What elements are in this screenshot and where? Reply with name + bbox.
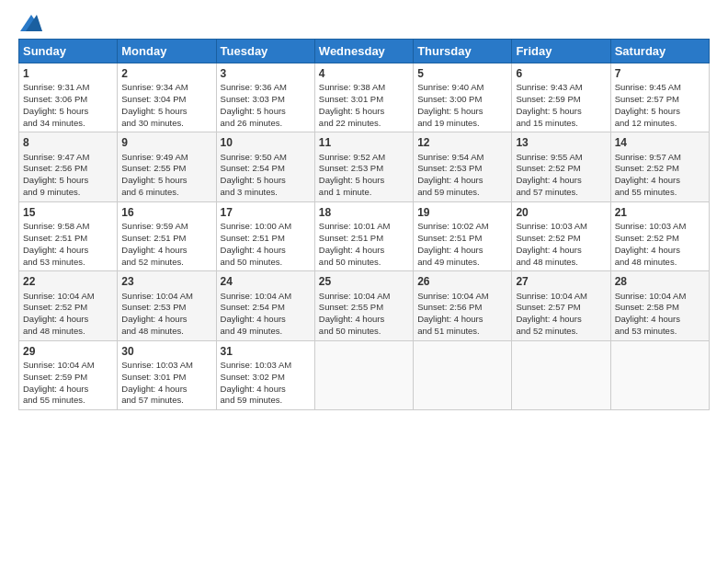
header-row bbox=[18, 15, 710, 33]
day-number: 15 bbox=[23, 205, 113, 220]
day-info-line: Sunset: 2:52 PM bbox=[615, 163, 705, 175]
day-info-line: and 9 minutes. bbox=[23, 187, 113, 199]
calendar-cell: 15Sunrise: 9:58 AMSunset: 2:51 PMDayligh… bbox=[19, 201, 118, 270]
day-number: 29 bbox=[23, 344, 113, 359]
logo bbox=[18, 15, 42, 33]
day-info-line: Sunrise: 9:55 AM bbox=[516, 152, 606, 164]
day-info-line: Daylight: 5 hours bbox=[319, 106, 409, 118]
calendar-cell: 16Sunrise: 9:59 AMSunset: 2:51 PMDayligh… bbox=[118, 201, 216, 270]
day-info-line: Sunrise: 10:02 AM bbox=[417, 221, 507, 233]
day-info-line: Daylight: 4 hours bbox=[615, 314, 705, 326]
day-info-line: Sunrise: 10:04 AM bbox=[23, 291, 113, 303]
day-info-line: and 12 minutes. bbox=[615, 118, 705, 130]
day-info-line: Sunrise: 9:54 AM bbox=[417, 152, 507, 164]
day-number: 27 bbox=[516, 274, 606, 289]
day-info-line: and 30 minutes. bbox=[121, 118, 211, 130]
calendar-cell: 27Sunrise: 10:04 AMSunset: 2:57 PMDaylig… bbox=[512, 271, 610, 340]
calendar-cell: 24Sunrise: 10:04 AMSunset: 2:54 PMDaylig… bbox=[216, 271, 314, 340]
calendar-cell bbox=[414, 340, 512, 409]
day-number: 17 bbox=[221, 205, 311, 220]
day-info-line: Sunrise: 9:50 AM bbox=[221, 152, 311, 164]
day-info-line: Sunset: 2:55 PM bbox=[319, 302, 409, 314]
day-info-line: Daylight: 4 hours bbox=[516, 314, 606, 326]
day-info-line: Daylight: 4 hours bbox=[121, 314, 211, 326]
day-number: 16 bbox=[121, 205, 211, 220]
calendar-cell bbox=[512, 340, 610, 409]
day-info-line: Sunset: 3:04 PM bbox=[121, 94, 211, 106]
day-info-line: and 34 minutes. bbox=[23, 118, 113, 130]
day-number: 1 bbox=[23, 66, 113, 81]
day-info-line: Sunset: 2:52 PM bbox=[516, 163, 606, 175]
day-info-line: Sunset: 2:55 PM bbox=[121, 163, 211, 175]
day-number: 20 bbox=[516, 205, 606, 220]
day-info-line: Daylight: 5 hours bbox=[516, 106, 606, 118]
day-info-line: Sunset: 2:58 PM bbox=[615, 302, 705, 314]
day-number: 5 bbox=[417, 66, 507, 81]
day-info-line: Sunset: 2:51 PM bbox=[221, 233, 311, 245]
day-info-line: Daylight: 5 hours bbox=[417, 106, 507, 118]
calendar-cell: 20Sunrise: 10:03 AMSunset: 2:52 PMDaylig… bbox=[512, 201, 610, 270]
day-number: 31 bbox=[221, 344, 311, 359]
calendar-cell: 22Sunrise: 10:04 AMSunset: 2:52 PMDaylig… bbox=[19, 271, 118, 340]
day-info-line: Daylight: 5 hours bbox=[221, 175, 311, 187]
day-info-line: Daylight: 4 hours bbox=[417, 245, 507, 257]
day-info-line: and 49 minutes. bbox=[221, 326, 311, 338]
calendar-cell: 1Sunrise: 9:31 AMSunset: 3:06 PMDaylight… bbox=[19, 63, 118, 132]
day-info-line: Daylight: 5 hours bbox=[615, 106, 705, 118]
calendar-cell: 3Sunrise: 9:36 AMSunset: 3:03 PMDaylight… bbox=[216, 63, 314, 132]
calendar-cell: 31Sunrise: 10:03 AMSunset: 3:02 PMDaylig… bbox=[216, 340, 314, 409]
day-info-line: Daylight: 4 hours bbox=[516, 175, 606, 187]
day-info-line: and 52 minutes. bbox=[121, 257, 211, 269]
calendar-cell: 6Sunrise: 9:43 AMSunset: 2:59 PMDaylight… bbox=[512, 63, 610, 132]
calendar-cell: 9Sunrise: 9:49 AMSunset: 2:55 PMDaylight… bbox=[118, 132, 216, 201]
day-info-line: Sunset: 3:06 PM bbox=[23, 94, 113, 106]
day-info-line: Sunrise: 9:52 AM bbox=[319, 152, 409, 164]
day-info-line: Sunrise: 10:04 AM bbox=[221, 291, 311, 303]
day-info-line: Sunset: 2:57 PM bbox=[615, 94, 705, 106]
day-info-line: Sunrise: 10:04 AM bbox=[319, 291, 409, 303]
day-info-line: Daylight: 4 hours bbox=[615, 175, 705, 187]
day-info-line: Sunset: 2:51 PM bbox=[319, 233, 409, 245]
day-number: 4 bbox=[319, 66, 409, 81]
day-info-line: Sunset: 2:51 PM bbox=[417, 233, 507, 245]
day-number: 19 bbox=[417, 205, 507, 220]
calendar-cell: 30Sunrise: 10:03 AMSunset: 3:01 PMDaylig… bbox=[118, 340, 216, 409]
day-info-line: Sunset: 2:52 PM bbox=[615, 233, 705, 245]
day-info-line: Sunset: 2:59 PM bbox=[23, 372, 113, 384]
day-info-line: Sunrise: 10:03 AM bbox=[516, 221, 606, 233]
day-info-line: Daylight: 5 hours bbox=[121, 175, 211, 187]
day-info-line: Daylight: 4 hours bbox=[23, 314, 113, 326]
day-info-line: and 53 minutes. bbox=[23, 257, 113, 269]
column-header-tuesday: Tuesday bbox=[216, 40, 314, 63]
day-info-line: Sunrise: 9:45 AM bbox=[615, 82, 705, 94]
calendar-cell: 13Sunrise: 9:55 AMSunset: 2:52 PMDayligh… bbox=[512, 132, 610, 201]
day-info-line: Sunrise: 9:40 AM bbox=[417, 82, 507, 94]
day-number: 13 bbox=[516, 135, 606, 150]
day-info-line: Sunrise: 10:04 AM bbox=[23, 360, 113, 372]
day-info-line: and 53 minutes. bbox=[615, 326, 705, 338]
day-number: 11 bbox=[319, 135, 409, 150]
day-info-line: Daylight: 4 hours bbox=[221, 245, 311, 257]
day-info-line: and 22 minutes. bbox=[319, 118, 409, 130]
calendar-cell bbox=[610, 340, 709, 409]
day-info-line: Sunset: 2:56 PM bbox=[417, 302, 507, 314]
day-info-line: Sunrise: 10:03 AM bbox=[615, 221, 705, 233]
day-info-line: and 48 minutes. bbox=[121, 326, 211, 338]
calendar-cell: 29Sunrise: 10:04 AMSunset: 2:59 PMDaylig… bbox=[19, 340, 118, 409]
calendar-cell: 17Sunrise: 10:00 AMSunset: 2:51 PMDaylig… bbox=[216, 201, 314, 270]
day-info-line: Sunset: 2:52 PM bbox=[516, 233, 606, 245]
page-container: SundayMondayTuesdayWednesdayThursdayFrid… bbox=[0, 0, 728, 421]
calendar-cell: 12Sunrise: 9:54 AMSunset: 2:53 PMDayligh… bbox=[414, 132, 512, 201]
calendar-cell bbox=[314, 340, 413, 409]
calendar-header-row: SundayMondayTuesdayWednesdayThursdayFrid… bbox=[19, 40, 710, 63]
day-info-line: Sunrise: 9:57 AM bbox=[615, 152, 705, 164]
day-info-line: and 49 minutes. bbox=[417, 257, 507, 269]
calendar-week-5: 29Sunrise: 10:04 AMSunset: 2:59 PMDaylig… bbox=[19, 340, 710, 409]
day-info-line: and 57 minutes. bbox=[121, 395, 211, 407]
day-info-line: Daylight: 4 hours bbox=[615, 245, 705, 257]
day-info-line: Sunrise: 9:38 AM bbox=[319, 82, 409, 94]
calendar-cell: 7Sunrise: 9:45 AMSunset: 2:57 PMDaylight… bbox=[610, 63, 709, 132]
day-info-line: and 57 minutes. bbox=[516, 187, 606, 199]
day-info-line: and 6 minutes. bbox=[121, 187, 211, 199]
day-number: 3 bbox=[221, 66, 311, 81]
